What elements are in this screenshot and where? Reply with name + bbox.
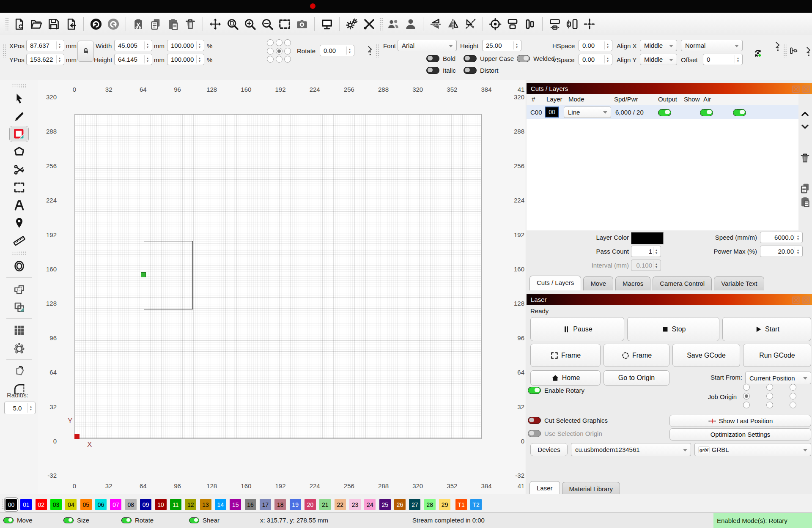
monitor-button[interactable] bbox=[320, 16, 334, 33]
palette-swatch-21[interactable]: 21 bbox=[319, 499, 331, 510]
font-height-field[interactable]: 25.00 bbox=[482, 40, 521, 51]
radius-spinner[interactable] bbox=[27, 403, 34, 413]
ypos-spinner[interactable] bbox=[56, 55, 63, 63]
zoom-in-button[interactable] bbox=[243, 16, 257, 33]
tab-cuts-layers[interactable]: Cuts / Layers bbox=[529, 276, 581, 290]
welded-toggle[interactable] bbox=[517, 55, 530, 62]
users-button[interactable] bbox=[386, 16, 401, 33]
layer-color-swatch[interactable]: 00 bbox=[545, 107, 559, 118]
frame-circle-button[interactable]: Frame bbox=[604, 344, 669, 367]
port-dropdown[interactable]: cu.usbmodem1234561 bbox=[571, 443, 691, 456]
height-spinner[interactable] bbox=[144, 55, 151, 63]
pan-button[interactable] bbox=[208, 16, 222, 33]
offset-field[interactable]: 0 bbox=[703, 54, 743, 65]
palette-swatch-07[interactable]: 07 bbox=[110, 499, 121, 510]
job-origin-radio[interactable] bbox=[766, 393, 773, 399]
speed-spinner[interactable] bbox=[795, 233, 801, 241]
height-field[interactable]: 64.145 bbox=[114, 54, 152, 65]
font-height-spinner[interactable] bbox=[513, 41, 520, 49]
anchor-point-radio[interactable] bbox=[267, 39, 274, 46]
layer-paste-button[interactable] bbox=[799, 196, 811, 208]
palette-swatch-04[interactable]: 04 bbox=[65, 499, 77, 510]
gears-button[interactable] bbox=[345, 16, 359, 33]
panel-float-button[interactable] bbox=[792, 85, 800, 93]
oval-tool-button[interactable] bbox=[9, 258, 29, 274]
use-selection-origin-toggle[interactable] bbox=[528, 430, 541, 437]
palette-swatch-28[interactable]: 28 bbox=[424, 499, 436, 510]
offset-spinner[interactable] bbox=[735, 55, 741, 63]
upper-case-toggle[interactable] bbox=[464, 55, 477, 62]
stop-button[interactable]: Stop bbox=[627, 317, 719, 341]
laser-head-icon[interactable] bbox=[789, 47, 802, 59]
show-last-position-button[interactable]: Show Last Position bbox=[669, 415, 811, 427]
pass-count-spinner[interactable] bbox=[653, 247, 659, 255]
toolbar-drag-handle[interactable] bbox=[783, 44, 787, 57]
start-button[interactable]: Start bbox=[722, 317, 811, 341]
palette-swatch-00[interactable]: 00 bbox=[5, 499, 17, 510]
width-percent-field[interactable]: 100.000 bbox=[167, 40, 204, 51]
job-origin-radio[interactable] bbox=[790, 402, 796, 408]
palette-swatch-16[interactable]: 16 bbox=[245, 499, 256, 510]
show-toggle[interactable] bbox=[700, 109, 713, 116]
palette-swatch-25[interactable]: 25 bbox=[379, 499, 391, 510]
flip-h-button[interactable] bbox=[446, 16, 460, 33]
job-origin-radio[interactable] bbox=[743, 402, 750, 408]
xpos-spinner[interactable] bbox=[56, 41, 63, 49]
palette-swatch-13[interactable]: 13 bbox=[200, 499, 211, 510]
undo-button[interactable] bbox=[89, 16, 103, 33]
grid-array-tool-button[interactable] bbox=[9, 322, 29, 338]
paste-button[interactable] bbox=[166, 16, 180, 33]
palette-swatch-26[interactable]: 26 bbox=[394, 499, 406, 510]
anchor-point-radio[interactable] bbox=[276, 39, 283, 46]
bold-toggle[interactable] bbox=[426, 55, 439, 62]
camera-button[interactable] bbox=[295, 16, 309, 33]
palette-swatch-09[interactable]: 09 bbox=[140, 499, 151, 510]
ypos-field[interactable]: 153.622 bbox=[26, 54, 64, 65]
rotate-field[interactable]: 0.00 bbox=[320, 45, 354, 56]
palette-swatch-23[interactable]: 23 bbox=[349, 499, 361, 510]
copy-button[interactable] bbox=[148, 16, 163, 33]
user-button[interactable] bbox=[403, 16, 418, 33]
palette-swatch-10[interactable]: 10 bbox=[155, 499, 167, 510]
job-origin-radio[interactable] bbox=[766, 402, 773, 408]
trace-tool-button[interactable] bbox=[9, 363, 29, 379]
layer-move-up-button[interactable] bbox=[799, 108, 811, 120]
palette-swatch-29[interactable]: 29 bbox=[439, 499, 450, 510]
start-from-dropdown[interactable]: Current Position bbox=[745, 372, 811, 384]
hspace-spinner[interactable] bbox=[604, 41, 611, 49]
cuts-layer-list[interactable] bbox=[527, 105, 798, 230]
palette-swatch-14[interactable]: 14 bbox=[215, 499, 226, 510]
rotate-spinner[interactable] bbox=[346, 47, 353, 55]
target-button[interactable] bbox=[488, 16, 502, 33]
layer-move-down-button[interactable] bbox=[799, 121, 811, 132]
ruler-tool-button[interactable] bbox=[9, 233, 29, 249]
power-max-spinner[interactable] bbox=[795, 247, 801, 255]
polygon-tool-button[interactable] bbox=[9, 144, 29, 160]
height-percent-field[interactable]: 100.000 bbox=[167, 54, 204, 65]
home-button[interactable]: Home bbox=[530, 370, 601, 386]
palette-swatch-20[interactable]: 20 bbox=[304, 499, 316, 510]
boolean-tool-button[interactable] bbox=[9, 299, 29, 315]
move-to-pos-button[interactable] bbox=[582, 16, 597, 33]
frame-sel-tool-button[interactable] bbox=[9, 179, 29, 195]
toolbar-drag-handle[interactable] bbox=[5, 17, 9, 31]
alignx-dropdown[interactable]: Middle bbox=[640, 40, 677, 51]
anchor-point-radio[interactable] bbox=[276, 48, 283, 55]
anchor-point-radio[interactable] bbox=[284, 56, 291, 63]
palette-swatch-05[interactable]: 05 bbox=[80, 499, 92, 510]
tool-rail-drag-handle[interactable] bbox=[12, 84, 26, 88]
job-origin-radio[interactable] bbox=[743, 393, 750, 399]
run-gcode-button[interactable]: Run GCode bbox=[743, 344, 811, 367]
pass-count-field[interactable]: 1 bbox=[631, 246, 661, 257]
anchor-point-radio[interactable] bbox=[267, 48, 274, 55]
save-gcode-button[interactable]: Save GCode bbox=[672, 344, 740, 367]
shape-start-handle[interactable] bbox=[141, 272, 146, 277]
job-origin-radio[interactable] bbox=[766, 384, 773, 391]
anchor-point-radio[interactable] bbox=[284, 39, 291, 46]
width-percent-spinner[interactable] bbox=[196, 41, 203, 49]
tab-camera-control[interactable]: Camera Control bbox=[653, 276, 712, 290]
power-max-field[interactable]: 20.00 bbox=[760, 246, 803, 257]
panel-close-button[interactable] bbox=[802, 85, 810, 93]
tool-rail-drag-handle[interactable] bbox=[12, 251, 26, 255]
toolbar-drag-handle[interactable] bbox=[3, 44, 6, 57]
